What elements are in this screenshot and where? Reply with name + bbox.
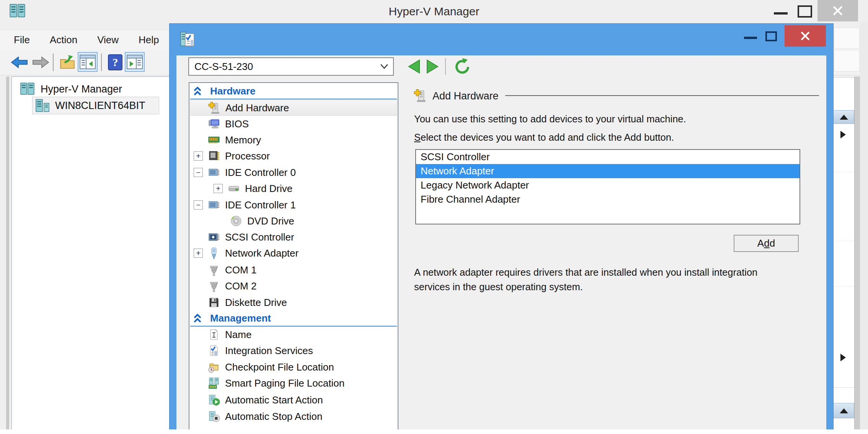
section-management[interactable]: Management bbox=[190, 310, 397, 326]
memory-icon bbox=[207, 133, 220, 146]
settings-item-label: Automatic Start Action bbox=[225, 394, 323, 406]
expand-right-button[interactable] bbox=[840, 354, 846, 361]
show-hide-action-pane-button[interactable] bbox=[125, 52, 145, 72]
server-host-icon bbox=[35, 99, 51, 112]
scroll-up-button[interactable] bbox=[833, 110, 854, 124]
ide-controller-icon bbox=[207, 198, 220, 211]
settings-item-checkpoint-file-location[interactable]: Checkpoint File Location bbox=[190, 359, 397, 375]
tree-item-vm-host[interactable]: WIN8CLIENT64BIT bbox=[35, 98, 145, 114]
menu-action[interactable]: Action bbox=[40, 34, 87, 46]
add-button[interactable]: Add bbox=[734, 235, 799, 252]
menu-help[interactable]: Help bbox=[129, 34, 169, 46]
device-listbox: SCSI Controller Network Adapter Legacy N… bbox=[415, 149, 800, 224]
main-close-button[interactable] bbox=[817, 0, 858, 21]
ide-controller-icon bbox=[207, 166, 220, 179]
triangle-right-icon bbox=[840, 354, 846, 361]
device-option-legacy-network-adapter[interactable]: Legacy Network Adapter bbox=[416, 178, 799, 192]
expander-minus[interactable]: − bbox=[194, 200, 203, 210]
show-hide-console-tree-button[interactable] bbox=[78, 52, 98, 72]
expander-plus[interactable]: + bbox=[194, 249, 203, 258]
settings-item-diskette-drive[interactable]: Diskette Drive bbox=[190, 294, 397, 310]
console-tree-toggle-icon bbox=[80, 55, 96, 69]
back-button[interactable] bbox=[10, 55, 28, 70]
scroll-up-button[interactable] bbox=[833, 403, 854, 418]
main-maximize-button[interactable] bbox=[798, 5, 812, 18]
navigate-forward-button[interactable] bbox=[426, 59, 440, 74]
expander-minus[interactable]: − bbox=[194, 168, 203, 177]
collapse-chevron-icon bbox=[193, 313, 202, 323]
dialog-maximize-button[interactable] bbox=[765, 31, 777, 41]
settings-item-add-hardware[interactable]: Add Hardware bbox=[190, 100, 397, 116]
settings-item-label: SCSI Controller bbox=[225, 231, 294, 243]
settings-item-label: Integration Services bbox=[225, 345, 313, 357]
settings-item-label: IDE Controller 0 bbox=[225, 167, 296, 179]
settings-item-label: COM 1 bbox=[225, 264, 256, 276]
checkpoint-file-icon bbox=[207, 361, 220, 374]
green-right-arrow-icon bbox=[426, 59, 440, 74]
settings-item-com1[interactable]: COM 1 bbox=[190, 262, 397, 278]
add-hardware-header-icon bbox=[413, 88, 427, 103]
main-minimize-button[interactable] bbox=[774, 12, 788, 15]
settings-item-memory[interactable]: Memory bbox=[190, 132, 397, 148]
dvd-drive-icon bbox=[230, 215, 243, 228]
help-icon: ? bbox=[108, 54, 122, 70]
server-select-combobox[interactable]: CC-S-51-230 bbox=[188, 57, 394, 76]
device-option-scsi-controller[interactable]: SCSI Controller bbox=[416, 150, 799, 164]
settings-item-bios[interactable]: BIOS bbox=[190, 116, 397, 132]
expand-right-button[interactable] bbox=[840, 131, 846, 138]
close-icon bbox=[832, 5, 844, 16]
settings-item-integration-services[interactable]: Integration Services bbox=[190, 343, 397, 359]
help-button[interactable]: ? bbox=[108, 54, 122, 70]
settings-item-hard-drive[interactable]: + Hard Drive bbox=[190, 180, 397, 197]
diskette-drive-icon bbox=[207, 296, 220, 309]
minimize-icon bbox=[774, 12, 788, 15]
settings-item-label: Add Hardware bbox=[225, 102, 289, 114]
settings-item-name[interactable]: Name bbox=[190, 327, 397, 343]
dialog-close-button[interactable] bbox=[785, 25, 826, 47]
close-icon bbox=[800, 31, 811, 41]
settings-item-ide-controller-0[interactable]: − IDE Controller 0 bbox=[190, 164, 397, 180]
processor-icon bbox=[207, 150, 220, 163]
settings-item-ide-controller-1[interactable]: − IDE Controller 1 bbox=[190, 197, 397, 213]
bios-icon bbox=[207, 117, 220, 130]
forward-arrow-icon bbox=[32, 55, 50, 70]
actions-pane-background bbox=[860, 21, 868, 434]
toolbar-separator bbox=[53, 54, 54, 71]
triangle-up-icon bbox=[840, 408, 848, 413]
tree-item-hyperv-manager[interactable]: Hyper-V Manager bbox=[20, 81, 122, 97]
com-port-icon bbox=[207, 280, 220, 293]
settings-item-scsi-controller[interactable]: SCSI Controller bbox=[190, 229, 397, 245]
forward-button[interactable] bbox=[32, 55, 50, 70]
section-label: Management bbox=[210, 312, 271, 324]
refresh-button[interactable] bbox=[452, 57, 469, 75]
dialog-minimize-button[interactable] bbox=[744, 37, 757, 39]
settings-item-dvd-drive[interactable]: DVD Drive bbox=[190, 213, 397, 229]
device-option-network-adapter[interactable]: Network Adapter bbox=[416, 164, 799, 178]
settings-item-processor[interactable]: + Processor bbox=[190, 148, 397, 164]
settings-item-network-adapter[interactable]: + Network Adapter bbox=[190, 245, 397, 261]
hyper-v-manager-screen: Hyper-V Manager File Action View Help bbox=[0, 0, 868, 434]
device-option-fibre-channel-adapter[interactable]: Fibre Channel Adapter bbox=[416, 192, 799, 206]
settings-item-label: BIOS bbox=[225, 118, 249, 130]
actions-pane-card bbox=[834, 28, 860, 49]
triangle-right-icon bbox=[840, 131, 846, 138]
menu-view[interactable]: View bbox=[87, 34, 129, 46]
section-hardware[interactable]: Hardware bbox=[190, 83, 397, 99]
window-left-edge bbox=[6, 76, 9, 434]
settings-item-automatic-start-action[interactable]: Automatic Start Action bbox=[190, 392, 397, 408]
menu-file[interactable]: File bbox=[0, 34, 40, 46]
navigate-back-button[interactable] bbox=[406, 59, 421, 74]
integration-services-icon bbox=[207, 344, 220, 357]
actions-pane-scrollbar[interactable] bbox=[854, 76, 860, 434]
settings-item-automatic-stop-action[interactable]: Automatic Stop Action bbox=[190, 408, 397, 424]
export-button[interactable] bbox=[59, 54, 75, 70]
settings-item-com2[interactable]: COM 2 bbox=[190, 278, 397, 294]
automatic-stop-icon bbox=[207, 410, 220, 423]
back-arrow-icon bbox=[10, 55, 28, 70]
settings-item-label: Hard Drive bbox=[245, 183, 292, 195]
expander-plus[interactable]: + bbox=[194, 151, 203, 161]
expander-plus[interactable]: + bbox=[214, 184, 223, 193]
settings-item-label: Checkpoint File Location bbox=[225, 361, 334, 373]
settings-item-smart-paging-file-location[interactable]: Smart Paging File Location bbox=[190, 375, 397, 391]
settings-item-label: DVD Drive bbox=[247, 215, 294, 227]
